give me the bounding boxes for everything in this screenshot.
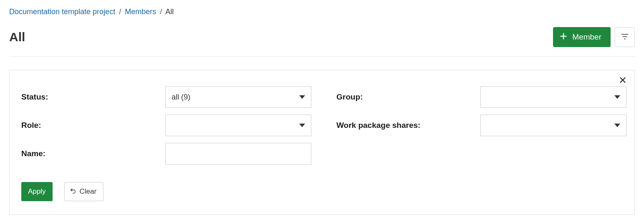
status-label: Status: <box>21 92 165 102</box>
name-input-wrap <box>165 143 311 165</box>
breadcrumb-current: All <box>165 7 174 16</box>
chevron-down-icon <box>299 94 305 100</box>
plus-icon <box>559 32 568 43</box>
wps-select[interactable] <box>480 115 626 136</box>
page-title: All <box>9 30 25 44</box>
chevron-down-icon <box>614 122 620 128</box>
filter-panel: ✕ Status: all (9) Group: Role: Work pack… <box>9 70 635 215</box>
wps-label: Work package shares: <box>336 121 480 130</box>
add-member-label: Member <box>572 32 601 42</box>
name-label: Name: <box>21 149 165 158</box>
header-actions: Member <box>553 27 635 47</box>
clear-label: Clear <box>80 187 97 196</box>
chevron-down-icon <box>299 122 305 128</box>
filter-icon <box>620 32 629 42</box>
undo-icon <box>70 187 76 196</box>
role-select[interactable] <box>165 115 311 136</box>
breadcrumb-members[interactable]: Members <box>125 7 156 16</box>
breadcrumb-project[interactable]: Documentation template project <box>9 7 115 16</box>
group-select[interactable] <box>480 86 626 108</box>
name-input[interactable] <box>172 150 305 158</box>
svg-marker-8 <box>614 124 620 127</box>
close-icon: ✕ <box>619 75 627 86</box>
status-select[interactable]: all (9) <box>165 86 311 108</box>
svg-marker-7 <box>299 124 305 127</box>
svg-marker-6 <box>614 95 620 99</box>
filter-grid: Status: all (9) Group: Role: Work packag… <box>21 86 623 165</box>
apply-button[interactable]: Apply <box>21 182 53 201</box>
add-member-button[interactable]: Member <box>553 27 611 47</box>
filter-actions: Apply Clear <box>21 182 623 201</box>
clear-button[interactable]: Clear <box>64 182 104 201</box>
breadcrumb-sep: / <box>160 7 162 16</box>
role-label: Role: <box>21 121 165 130</box>
group-label: Group: <box>336 92 480 102</box>
filter-toggle-button[interactable] <box>615 27 635 47</box>
breadcrumb: Documentation template project / Members… <box>9 0 635 16</box>
status-value: all (9) <box>172 93 305 102</box>
breadcrumb-sep: / <box>119 7 121 16</box>
chevron-down-icon <box>614 94 620 100</box>
close-filter-button[interactable]: ✕ <box>617 75 629 86</box>
svg-marker-5 <box>299 95 305 99</box>
page-header: All Member <box>9 27 635 57</box>
